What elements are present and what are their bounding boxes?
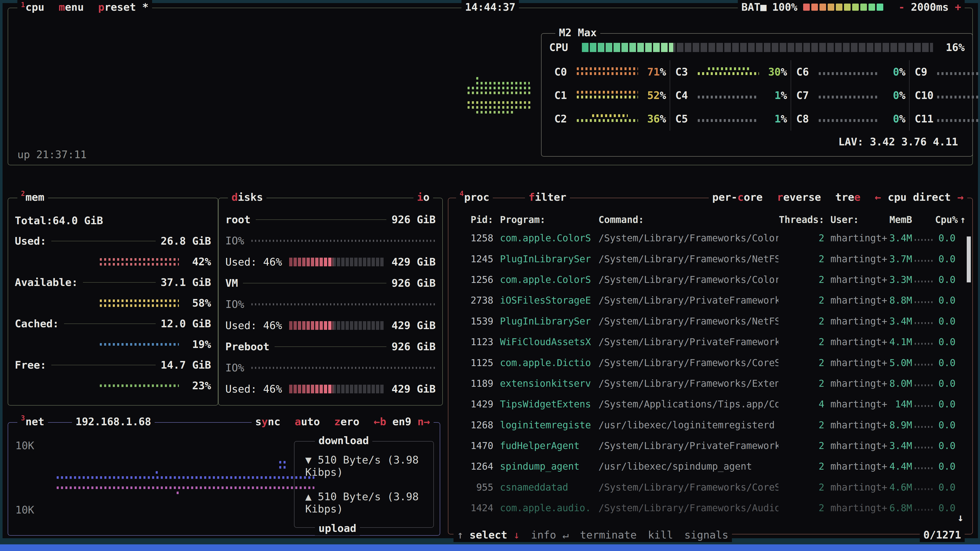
sort-prev-button[interactable]: ← [875,191,881,203]
proc-leader-dots [915,343,932,345]
tab-cpu[interactable]: 1cpu [21,1,45,13]
process-row[interactable]: 1125 com.apple.Dictio /System/Library/Fr… [455,352,966,373]
load-average: LAV: 3.42 3.76 4.11 [549,130,965,148]
info-button[interactable]: info ↵ [531,529,569,541]
tree-button[interactable]: tree [835,191,861,203]
proc-user: mhartingt+ [830,399,888,410]
core-name: C11 [915,113,937,125]
reverse-button[interactable]: reverse [777,191,821,203]
filter-button[interactable]: filter [525,190,570,204]
header-command[interactable]: Command: [598,214,778,225]
process-row[interactable]: 1268 loginitemregiste /usr/libexec/login… [455,415,966,435]
proc-threads: 2 [778,503,824,513]
process-row[interactable]: 1256 com.apple.ColorS /System/Library/Fr… [455,269,966,290]
sort-column-label: cpu direct [888,191,951,203]
proc-threads: 2 [778,420,824,430]
proc-pid: 1539 [455,316,493,327]
proc-cpu: 0.0 [935,482,956,493]
process-row[interactable]: 1539 PlugInLibrarySer /System/Library/Fr… [455,311,966,332]
proc-box: 4proc filter per-core reverse tree ← cpu… [448,198,973,534]
process-row[interactable]: 1470 fudHelperAgent /System/Library/Priv… [455,435,966,456]
proc-rows: 1258 com.apple.ColorS /System/Library/Fr… [455,228,966,518]
terminate-button[interactable]: terminate [580,529,637,541]
core-graph [937,114,980,124]
interval-plus-button[interactable]: + [955,1,961,13]
terminal: 1cpu menu preset * 14:44:37 BAT■ 100% - … [3,3,978,538]
select-up-icon[interactable]: ↑ [457,529,463,541]
cpu-total-meter [582,43,933,52]
proc-command: /System/Library/Frameworks/NetFS.fram [598,254,778,265]
proc-pid: 1264 [455,461,493,472]
core-name: C2 [554,113,577,125]
header-user[interactable]: User: [830,214,888,225]
proc-command: /System/Library/Frameworks/AudioToolb [598,503,778,513]
header-program[interactable]: Program: [500,214,592,225]
proc-user: mhartingt+ [830,274,888,285]
battery-block [844,3,851,11]
process-row[interactable]: 1429 TipsWidgetExtens /System/Applicatio… [455,394,966,414]
preset-button[interactable]: preset * [98,1,148,13]
proc-mem: 3.7M [888,254,912,265]
zero-button[interactable]: zero [334,416,360,428]
proc-scrollbar-thumb[interactable] [967,237,971,283]
mem-entry: Total: 64.0 GiB [15,210,211,231]
mem-entry-value: 14.7 GiB [161,359,211,371]
proc-mem: 4.6M [888,482,912,493]
cpu-total-percent: 16% [939,41,965,54]
header-mem[interactable]: MemB [888,214,912,225]
sync-button[interactable]: sync [255,416,280,428]
mem-entry-percent: 23% [186,380,211,392]
process-row[interactable]: 1245 PlugInLibrarySer /System/Library/Fr… [455,248,966,269]
core-name: C1 [554,89,577,102]
proc-user: mhartingt+ [830,461,888,472]
process-row[interactable]: 2738 iOSFilesStorageE /System/Library/Pr… [455,290,966,311]
process-row[interactable]: 1424 com.apple.audio. /System/Library/Fr… [455,498,966,518]
uptime-label: up 21:37:11 [18,148,87,161]
process-row[interactable]: 1189 extensionkitserv /System/Library/Fr… [455,373,966,394]
header-pid[interactable]: Pid: [455,214,493,225]
disk-name: root [225,213,251,226]
proc-mem: 8.8M [888,295,912,306]
download-speed: ▼ 510 Byte/s (3.98 Kibps) [294,454,433,478]
auto-button[interactable]: auto [295,416,320,428]
disk-used-label: Used: 46% [225,256,282,268]
process-row[interactable]: 1264 spindump_agent /usr/libexec/spindum… [455,456,966,477]
header-cpu[interactable]: Cpu% [935,214,956,225]
core-cell: C9 0% [909,60,980,84]
proc-mem: 6.8M [888,503,912,513]
cpu-box-tabs: 1cpu menu preset * [18,0,152,14]
battery-block [819,3,826,11]
proc-user: mhartingt+ [830,378,888,389]
iface-prev-button[interactable]: ←b [374,416,386,428]
proc-program: spindump_agent [500,461,592,472]
net-graph-row [57,486,314,489]
core-cell: C2 36% [549,107,670,130]
per-core-button[interactable]: per-core [712,191,763,203]
io-mode-button[interactable]: io [414,190,433,204]
net-speed-panel: download ▼ 510 Byte/s (3.98 Kibps) ▲ 510… [294,441,434,528]
proc-leader-dots [915,509,932,511]
menu-button[interactable]: menu [59,1,84,13]
disk-used-meter [289,258,384,266]
mem-entry: Used: 26.8 GiB 42% [15,231,211,272]
disk-used-label: Used: 46% [225,383,282,395]
proc-cpu: 0.0 [935,254,956,265]
process-row[interactable]: 1123 WiFiCloudAssetsX /System/Library/Pr… [455,332,966,352]
proc-user: mhartingt+ [830,357,888,368]
select-down-icon[interactable]: ↓ [514,529,520,541]
signals-button[interactable]: signals [684,529,729,541]
proc-command: /System/Applications/Tips.app/Content [598,399,778,410]
process-row[interactable]: 1258 com.apple.ColorS /System/Library/Fr… [455,228,966,248]
header-threads[interactable]: Threads: [778,214,824,225]
kill-button[interactable]: kill [648,529,673,541]
proc-command: /usr/libexec/spindump_agent [598,461,778,472]
proc-cpu: 0.0 [935,316,956,327]
proc-command: /System/Library/Frameworks/CoreServic [598,357,778,368]
disk-entry: root 926 GiB IO% Used: 46% 429 GiB [225,209,436,272]
sort-next-button[interactable]: → [957,191,964,203]
process-row[interactable]: 955 csnameddatad /System/Library/Framewo… [455,477,966,498]
iface-next-button[interactable]: n→ [417,416,430,428]
disk-size: 926 GiB [391,341,436,353]
scroll-more-icon[interactable]: ↓ [957,511,964,524]
interval-minus-button[interactable]: - [899,1,905,13]
